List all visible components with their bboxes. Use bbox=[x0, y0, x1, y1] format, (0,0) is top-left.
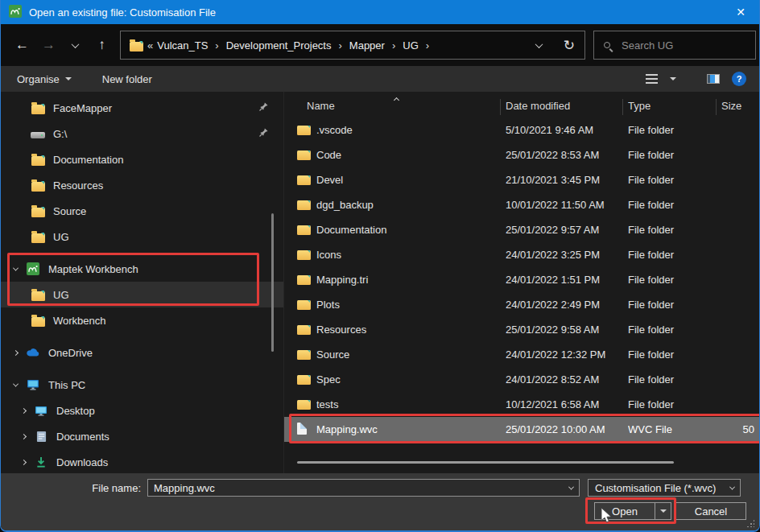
navigation-bar: ← → ↑ « Vulcan_TS›Development_Projects›M… bbox=[1, 24, 759, 66]
address-bar[interactable]: « Vulcan_TS›Development_Projects›Mapper›… bbox=[120, 31, 585, 60]
preview-pane-icon[interactable] bbox=[707, 74, 720, 84]
breadcrumb-overflow[interactable]: « bbox=[147, 39, 153, 52]
search-box[interactable] bbox=[593, 31, 756, 60]
folder-icon bbox=[30, 179, 46, 192]
sidebar-item-onedrive[interactable]: OneDrive bbox=[1, 340, 283, 365]
folder-icon bbox=[30, 289, 46, 301]
refresh-icon[interactable]: ↻ bbox=[564, 37, 575, 54]
forward-button[interactable]: → bbox=[35, 32, 62, 58]
file-type: File folder bbox=[628, 299, 721, 311]
sidebar-item-desktop[interactable]: Desktop bbox=[1, 398, 283, 423]
sidebar-item-documents[interactable]: Documents bbox=[1, 423, 283, 449]
sidebar-item-source[interactable]: Source bbox=[1, 198, 283, 224]
chevron-right-icon[interactable] bbox=[14, 435, 33, 439]
column-header-name[interactable]: Name bbox=[307, 100, 506, 112]
sidebar-item-ug[interactable]: UG bbox=[1, 224, 283, 250]
up-button[interactable]: ↑ bbox=[89, 32, 115, 58]
column-header-row: Name Date modified Type Size bbox=[284, 95, 759, 116]
file-row-mapping-wvc[interactable]: Mapping.wvc25/01/2022 10:00 AMWVC File50 bbox=[284, 417, 759, 442]
file-date: 25/01/2022 8:53 AM bbox=[506, 149, 628, 161]
sidebar-item-g[interactable]: G:\ bbox=[1, 121, 283, 146]
folder-icon bbox=[30, 205, 46, 217]
file-type: File folder bbox=[628, 348, 721, 361]
new-folder-button[interactable]: New folder bbox=[102, 73, 152, 85]
folder-icon bbox=[30, 315, 46, 327]
pin-icon bbox=[258, 101, 269, 114]
file-name: Source bbox=[316, 348, 506, 361]
file-size: 50 bbox=[721, 423, 759, 435]
open-dropdown-button[interactable] bbox=[655, 502, 671, 520]
chevron-down-icon[interactable] bbox=[6, 267, 25, 271]
sidebar-item-label: OneDrive bbox=[48, 347, 93, 359]
breadcrumb-item-development-projects[interactable]: Development_Projects bbox=[225, 38, 332, 53]
column-header-size[interactable]: Size bbox=[721, 100, 759, 112]
resize-grip-icon[interactable] bbox=[746, 519, 754, 527]
help-button[interactable]: ? bbox=[732, 72, 746, 86]
breadcrumb-item-vulcan-ts[interactable]: Vulcan_TS bbox=[156, 38, 209, 53]
sidebar-item-label: Source bbox=[53, 205, 86, 217]
organise-button[interactable]: Organise bbox=[17, 73, 72, 85]
close-button[interactable]: ✕ bbox=[722, 0, 759, 24]
sidebar-item-label: G:\ bbox=[53, 128, 67, 140]
recent-locations-button[interactable] bbox=[62, 32, 89, 58]
file-date: 24/01/2022 12:32 PM bbox=[506, 348, 628, 361]
cancel-button[interactable]: Cancel bbox=[675, 502, 746, 520]
breadcrumb-item-mapper[interactable]: Mapper bbox=[349, 38, 386, 53]
file-type: File folder bbox=[628, 324, 721, 336]
breadcrumb-separator-icon: › bbox=[426, 39, 429, 52]
file-row-plots[interactable]: Plots24/01/2022 2:49 PMFile folder bbox=[284, 292, 759, 317]
file-row-documentation[interactable]: Documentation25/01/2022 9:57 AMFile fold… bbox=[284, 217, 759, 242]
file-name: Mapping.tri bbox=[316, 274, 506, 286]
file-name: Icons bbox=[316, 249, 506, 261]
pin-icon bbox=[258, 127, 269, 140]
address-dropdown-icon[interactable] bbox=[535, 40, 543, 48]
file-name: Plots bbox=[316, 299, 506, 311]
sidebar-item-workbench[interactable]: Workbench bbox=[1, 307, 283, 333]
search-input[interactable] bbox=[620, 39, 733, 52]
file-type-select[interactable]: Customisation File (*.wvc) bbox=[588, 479, 741, 497]
file-row-code[interactable]: Code25/01/2022 8:53 AMFile folder bbox=[284, 142, 759, 167]
folder-icon bbox=[297, 398, 316, 412]
dialog-footer: File name: Customisation File (*.wvc) Op… bbox=[1, 473, 759, 530]
file-row-resources[interactable]: Resources25/01/2022 9:58 AMFile folder bbox=[284, 317, 759, 342]
file-list: .vscode5/10/2021 9:46 AMFile folderCode2… bbox=[284, 118, 759, 442]
file-date: 24/01/2022 1:51 PM bbox=[506, 274, 628, 286]
file-row-spec[interactable]: Spec24/01/2022 8:52 AMFile folder bbox=[284, 367, 759, 392]
back-button[interactable]: ← bbox=[9, 32, 35, 58]
sidebar-scrollbar[interactable] bbox=[271, 213, 274, 352]
chevron-right-icon[interactable] bbox=[6, 351, 25, 355]
sidebar-item-downloads[interactable]: Downloads bbox=[1, 449, 283, 473]
sidebar-item-documentation[interactable]: Documentation bbox=[1, 146, 283, 172]
breadcrumb: Vulcan_TS›Development_Projects›Mapper›UG… bbox=[156, 39, 436, 52]
file-name-input[interactable] bbox=[148, 482, 579, 494]
file-date: 24/01/2022 3:25 PM bbox=[506, 249, 628, 261]
file-row-devel[interactable]: Devel21/10/2021 3:45 PMFile folder bbox=[284, 167, 759, 192]
sidebar-item-this-pc[interactable]: This PC bbox=[1, 372, 283, 398]
chevron-right-icon[interactable] bbox=[14, 409, 33, 413]
view-mode-caret-icon[interactable] bbox=[670, 77, 676, 80]
chevron-down-icon[interactable] bbox=[6, 383, 25, 387]
breadcrumb-item-ug[interactable]: UG bbox=[402, 38, 419, 53]
horizontal-scrollbar[interactable] bbox=[297, 461, 674, 464]
dialog-content: FaceMapperG:\DocumentationResourcesSourc… bbox=[1, 92, 759, 473]
desktop-icon bbox=[33, 406, 49, 416]
sidebar-item-maptek-workbench[interactable]: Maptek Workbench bbox=[1, 256, 283, 282]
file-row-tests[interactable]: tests10/12/2021 6:58 AMFile folder bbox=[284, 392, 759, 417]
file-row-icons[interactable]: Icons24/01/2022 3:25 PMFile folder bbox=[284, 242, 759, 267]
sidebar-item-resources[interactable]: Resources bbox=[1, 172, 283, 198]
sidebar-item-ug[interactable]: UG bbox=[1, 282, 283, 307]
file-row-source[interactable]: Source24/01/2022 12:32 PMFile folder bbox=[284, 342, 759, 367]
file-row-vscode[interactable]: .vscode5/10/2021 9:46 AMFile folder bbox=[284, 118, 759, 142]
file-type: File folder bbox=[628, 224, 721, 236]
sidebar-item-label: Maptek Workbench bbox=[48, 263, 138, 275]
chevron-right-icon[interactable] bbox=[14, 460, 33, 464]
view-mode-icon[interactable] bbox=[646, 74, 658, 84]
column-header-date[interactable]: Date modified bbox=[506, 100, 628, 112]
file-date: 24/01/2022 2:49 PM bbox=[506, 299, 628, 311]
file-row-dgd-backup[interactable]: dgd_backup10/01/2022 11:50 AMFile folder bbox=[284, 192, 759, 217]
column-header-type[interactable]: Type bbox=[628, 100, 721, 112]
file-name: Code bbox=[316, 149, 506, 161]
folder-icon bbox=[297, 373, 316, 387]
sidebar-item-facemapper[interactable]: FaceMapper bbox=[1, 95, 283, 121]
file-row-mapping-tri[interactable]: Mapping.tri24/01/2022 1:51 PMFile folder bbox=[284, 267, 759, 292]
